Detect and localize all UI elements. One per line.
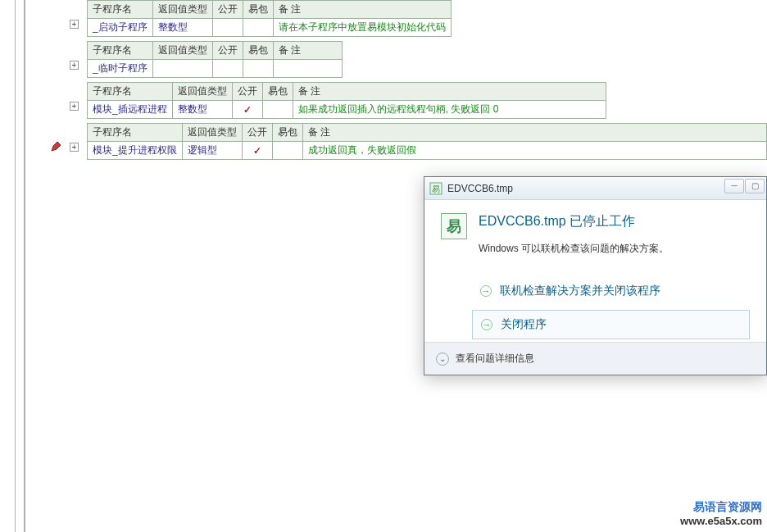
dialog-body: 易 EDVCCB6.tmp 已停止工作 Windows 可以联机检查该问题的解决… <box>424 200 766 339</box>
subroutine-table: 子程序名返回值类型公开易包备 注_临时子程序 <box>87 41 343 78</box>
arrow-icon: → <box>480 285 492 297</box>
cell-public[interactable] <box>212 19 243 37</box>
app-icon: 易 <box>429 182 442 195</box>
cell-easypkg[interactable] <box>243 60 273 78</box>
col-name[interactable]: 子程序名 <box>88 124 183 142</box>
cell-easypkg[interactable] <box>262 101 293 119</box>
col-easypkg[interactable]: 易包 <box>243 1 273 19</box>
dialog-title-text: EDVCCB6.tmp <box>447 183 513 194</box>
cell-return-type[interactable]: 整数型 <box>172 101 232 119</box>
cell-public[interactable]: ✓ <box>242 142 272 160</box>
subroutine-table: 子程序名返回值类型公开易包备 注模块_插远程进程整数型✓如果成功返回插入的远程线… <box>87 82 606 119</box>
subroutine-block: +子程序名返回值类型公开易包备 注_启动子程序整数型请在本子程序中放置易模块初始… <box>87 0 452 37</box>
gutter: + <box>66 123 87 160</box>
table-row[interactable]: 模块_插远程进程整数型✓如果成功返回插入的远程线程句柄, 失败返回 0 <box>88 101 606 119</box>
expand-toggle[interactable]: + <box>70 143 79 152</box>
subroutine-table: 子程序名返回值类型公开易包备 注_启动子程序整数型请在本子程序中放置易模块初始化… <box>87 0 452 37</box>
cell-easypkg[interactable] <box>272 142 302 160</box>
cell-public[interactable]: ✓ <box>232 101 262 119</box>
cell-comment[interactable]: 成功返回真，失败返回假 <box>302 142 766 160</box>
chevron-down-icon[interactable]: ⌄ <box>436 352 449 366</box>
subroutine-table: 子程序名返回值类型公开易包备 注模块_提升进程权限逻辑型✓成功返回真，失败返回假 <box>87 123 767 160</box>
window-buttons: ─ ▢ <box>724 179 765 193</box>
col-name[interactable]: 子程序名 <box>88 1 153 19</box>
col-return-type[interactable]: 返回值类型 <box>172 83 232 101</box>
cell-comment[interactable]: 请在本子程序中放置易模块初始化代码 <box>273 19 451 37</box>
cell-return-type[interactable] <box>152 60 212 78</box>
col-name[interactable]: 子程序名 <box>88 83 173 101</box>
table-row[interactable]: _启动子程序整数型请在本子程序中放置易模块初始化代码 <box>88 19 452 37</box>
minimize-button[interactable]: ─ <box>724 179 744 193</box>
dialog-heading: EDVCCB6.tmp 已停止工作 <box>479 213 669 230</box>
col-easypkg[interactable]: 易包 <box>243 42 273 60</box>
header-row: 子程序名返回值类型公开易包备 注 <box>88 124 767 142</box>
cell-easypkg[interactable] <box>243 19 273 37</box>
table-row[interactable]: _临时子程序 <box>88 60 343 78</box>
cell-name[interactable]: _临时子程序 <box>88 60 153 78</box>
brand-icon: 易 <box>441 213 467 239</box>
col-public[interactable]: 公开 <box>242 124 272 142</box>
col-return-type[interactable]: 返回值类型 <box>182 124 242 142</box>
col-public[interactable]: 公开 <box>212 42 243 60</box>
watermark-title: 易语言资源网 <box>680 500 762 515</box>
expand-toggle[interactable]: + <box>70 20 79 29</box>
subroutine-block: +子程序名返回值类型公开易包备 注模块_插远程进程整数型✓如果成功返回插入的远程… <box>87 82 606 119</box>
dialog-titlebar[interactable]: 易 EDVCCB6.tmp ─ ▢ <box>424 177 766 200</box>
maximize-button[interactable]: ▢ <box>745 179 765 193</box>
dialog-subtext: Windows 可以联机检查该问题的解决方案。 <box>479 242 669 256</box>
col-return-type[interactable]: 返回值类型 <box>152 1 212 19</box>
pencil-icon <box>50 141 61 152</box>
col-public[interactable]: 公开 <box>212 1 243 19</box>
option-online-label: 联机检查解决方案并关闭该程序 <box>500 284 660 298</box>
cell-return-type[interactable]: 逻辑型 <box>182 142 242 160</box>
watermark-url: www.e5a5x.com <box>680 515 762 527</box>
svg-marker-0 <box>52 142 61 151</box>
table-row[interactable]: 模块_提升进程权限逻辑型✓成功返回真，失败返回假 <box>88 142 767 160</box>
watermark: 易语言资源网 www.e5a5x.com <box>680 500 762 527</box>
col-comment[interactable]: 备 注 <box>302 124 766 142</box>
option-close-program[interactable]: → 关闭程序 <box>472 310 750 339</box>
cell-comment[interactable]: 如果成功返回插入的远程线程句柄, 失败返回 0 <box>293 101 606 119</box>
option-close-label: 关闭程序 <box>501 317 547 332</box>
col-public[interactable]: 公开 <box>232 83 262 101</box>
col-return-type[interactable]: 返回值类型 <box>152 42 212 60</box>
expand-toggle[interactable]: + <box>70 61 79 70</box>
col-easypkg[interactable]: 易包 <box>272 124 302 142</box>
left-margin <box>15 0 25 532</box>
cell-name[interactable]: 模块_插远程进程 <box>88 101 173 119</box>
header-row: 子程序名返回值类型公开易包备 注 <box>88 42 343 60</box>
header-row: 子程序名返回值类型公开易包备 注 <box>88 1 452 19</box>
dialog-footer: ⌄ 查看问题详细信息 <box>424 342 766 375</box>
crash-dialog: 易 EDVCCB6.tmp ─ ▢ 易 EDVCCB6.tmp 已停止工作 Wi… <box>424 176 767 375</box>
cell-return-type[interactable]: 整数型 <box>152 19 212 37</box>
subroutine-block: +子程序名返回值类型公开易包备 注模块_提升进程权限逻辑型✓成功返回真，失败返回… <box>87 123 767 160</box>
gutter: + <box>66 41 87 78</box>
col-comment[interactable]: 备 注 <box>293 83 606 101</box>
cell-public[interactable] <box>212 60 243 78</box>
details-link[interactable]: 查看问题详细信息 <box>456 352 534 366</box>
arrow-icon: → <box>481 319 492 330</box>
gutter: + <box>66 0 87 37</box>
cell-comment[interactable] <box>273 60 342 78</box>
header-row: 子程序名返回值类型公开易包备 注 <box>88 83 606 101</box>
col-easypkg[interactable]: 易包 <box>262 83 293 101</box>
subroutine-block: +子程序名返回值类型公开易包备 注_临时子程序 <box>87 41 343 78</box>
svg-text:易: 易 <box>432 184 440 193</box>
cell-name[interactable]: 模块_提升进程权限 <box>88 142 183 160</box>
option-check-online[interactable]: → 联机检查解决方案并关闭该程序 <box>472 277 750 305</box>
cell-name[interactable]: _启动子程序 <box>88 19 153 37</box>
gutter: + <box>66 82 87 119</box>
expand-toggle[interactable]: + <box>70 102 79 111</box>
col-comment[interactable]: 备 注 <box>273 42 342 60</box>
col-name[interactable]: 子程序名 <box>88 42 153 60</box>
col-comment[interactable]: 备 注 <box>273 1 451 19</box>
